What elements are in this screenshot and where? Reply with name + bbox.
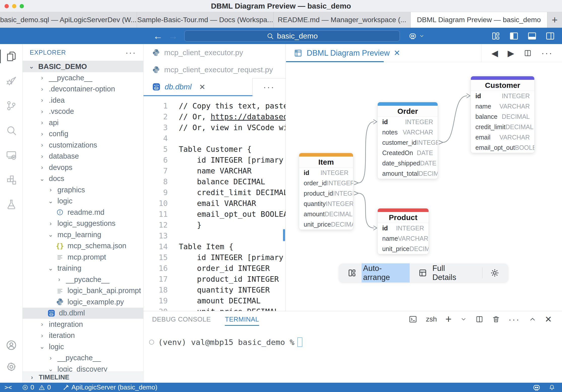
toggle-panel-icon[interactable] xyxy=(527,31,537,41)
db-table-order[interactable]: OrderidINTEGERnotesVARCHARcustomer_idINT… xyxy=(377,102,438,179)
new-terminal-icon[interactable]: + xyxy=(445,313,452,325)
command-center-search[interactable]: basic_demo xyxy=(184,30,400,42)
customize-layout-icon[interactable] xyxy=(491,31,501,41)
account-icon[interactable] xyxy=(6,339,17,351)
db-table-product[interactable]: ProductidINTEGERnameVARCHARunit_priceDEC… xyxy=(377,208,429,254)
window-tab-1[interactable]: Sample-Basic-Tour.md — Docs (Workspa... xyxy=(137,12,274,28)
split-terminal-icon[interactable] xyxy=(475,315,483,323)
minimize-window-button[interactable] xyxy=(12,4,16,8)
navigate-back-icon[interactable]: ◀ xyxy=(491,48,498,58)
test-beaker-icon[interactable] xyxy=(6,199,17,210)
extensions-icon[interactable] xyxy=(6,174,17,186)
code-line-7[interactable]: 7 name VARCHAR xyxy=(144,165,286,176)
window-tab-3[interactable]: DBML Diagram Preview — basic_demo xyxy=(411,12,548,28)
tree-item-database[interactable]: ›database xyxy=(23,151,143,162)
tree-item-logic-suggestions[interactable]: ›logic_suggestions xyxy=(23,218,143,229)
back-arrow-icon[interactable]: ← xyxy=(153,31,163,41)
files-icon[interactable] xyxy=(6,51,17,62)
notifications-bell-icon[interactable] xyxy=(548,384,555,391)
code-line-9[interactable]: 9 credit_limit DECIMAL xyxy=(144,187,286,198)
tree-item-readme-md[interactable]: readme.md xyxy=(23,207,143,218)
tab-overflow-button[interactable]: ··· xyxy=(252,78,286,95)
explorer-more-actions-icon[interactable]: ··· xyxy=(125,48,136,57)
launch-profile-chevron-icon[interactable] xyxy=(460,316,467,323)
code-line-2[interactable]: 2// Or, https://databasedi xyxy=(144,111,286,122)
theme-sun-icon[interactable] xyxy=(490,268,500,278)
navigate-forward-icon[interactable]: ▶ xyxy=(508,48,514,58)
code-line-10[interactable]: 10 email VARCHAR xyxy=(144,198,286,209)
tree-item--idea[interactable]: ›.idea xyxy=(23,95,143,106)
db-table-customer[interactable]: CustomeridINTEGERnameVARCHARbalanceDECIM… xyxy=(471,76,535,153)
terminal-more-icon[interactable]: ··· xyxy=(509,314,520,324)
tree-item-mcp-learning[interactable]: ⌄mcp_learning xyxy=(23,229,143,240)
full-details-button[interactable]: Full Details xyxy=(432,264,471,282)
source-control-icon[interactable] xyxy=(6,100,17,112)
tree-item-integration[interactable]: ›integration xyxy=(23,319,143,330)
more-actions-icon[interactable]: ··· xyxy=(541,48,553,58)
code-line-5[interactable]: 5Table Customer { xyxy=(144,144,286,155)
window-tab-2[interactable]: README.md — Manager_workspace (... xyxy=(274,12,411,28)
launch-indicator[interactable]: ApiLogicServer (basic_demo) xyxy=(62,383,157,391)
maximize-panel-icon[interactable] xyxy=(529,315,536,323)
code-line-18[interactable]: 18 quantity INTEGER xyxy=(144,284,286,295)
code-line-13[interactable]: 13 xyxy=(144,230,286,241)
tree-item--vscode[interactable]: ›.vscode xyxy=(23,106,143,117)
tab-terminal[interactable]: TERMINAL xyxy=(225,311,259,327)
tab-debug-console[interactable]: DEBUG CONSOLE xyxy=(152,311,211,327)
code-line-8[interactable]: 8 balance DECIMAL xyxy=(144,176,286,187)
kill-terminal-icon[interactable] xyxy=(492,315,500,323)
scrollbar-thumb[interactable] xyxy=(283,229,285,241)
close-icon[interactable]: ✕ xyxy=(394,48,400,58)
tree-item-mcp-schema-json[interactable]: {}mcp_schema.json xyxy=(23,240,143,252)
code-line-17[interactable]: 17 product_id INTEGER xyxy=(144,274,286,284)
new-window-tab-button[interactable]: + xyxy=(547,12,562,28)
code-line-3[interactable]: 3// Or, view in VSCode wit xyxy=(144,122,286,133)
code-line-19[interactable]: 19 amount DECIMAL xyxy=(144,295,286,306)
search-icon[interactable] xyxy=(6,125,17,136)
tree-item-devops[interactable]: ›devops xyxy=(23,162,143,173)
db-table-item[interactable]: ItemidINTEGERorder_idINTEGERproduct_idIN… xyxy=(299,153,353,230)
settings-gear-icon[interactable] xyxy=(6,361,17,373)
tree-item-docs[interactable]: ⌄docs xyxy=(23,173,143,185)
tree-item-graphics[interactable]: ›graphics xyxy=(23,184,143,196)
code-line-14[interactable]: 14Table Item { xyxy=(144,241,286,252)
code-link[interactable]: https://databasedi xyxy=(210,112,286,121)
terminal-prompt-line[interactable]: (venv) val@mbp15 basic_demo % xyxy=(149,337,562,347)
tree-item--pycache-[interactable]: ›__pycache__ xyxy=(23,352,143,364)
window-tab-0[interactable]: basic_demo.sql — ApiLogicServerDev (W... xyxy=(0,12,137,28)
close-icon[interactable]: ✕ xyxy=(199,83,205,91)
explorer-root-folder[interactable]: ⌄ BASIC_DEMO xyxy=(23,61,143,72)
editor-tab-mcp-client-executor-request-py[interactable]: mcp_client_executor_request.py xyxy=(144,61,286,78)
code-line-6[interactable]: 6 id INTEGER [primary k xyxy=(144,155,286,165)
tree-item-logic-example-py[interactable]: logic_example.py xyxy=(23,296,143,308)
tree-item-logic-bank-api-prompt[interactable]: logic_bank_api.prompt xyxy=(23,285,143,297)
tree-item-customizations[interactable]: ›customizations xyxy=(23,139,143,151)
run-debug-icon[interactable] xyxy=(6,75,17,87)
close-window-button[interactable] xyxy=(5,4,9,8)
code-line-4[interactable]: 4 xyxy=(144,133,286,144)
problems-indicator[interactable]: 0 0 xyxy=(22,383,51,391)
tree-item-config[interactable]: ›config xyxy=(23,128,143,140)
tree-item--pycache-[interactable]: ›__pycache__ xyxy=(23,274,143,285)
tree-item-api[interactable]: ›api xyxy=(23,117,143,128)
copilot-menu[interactable] xyxy=(408,32,425,40)
code-line-11[interactable]: 11 email_opt_out BOOLEAN xyxy=(144,209,286,220)
remote-explorer-icon[interactable] xyxy=(6,149,17,161)
toggle-primary-sidebar-icon[interactable] xyxy=(509,31,519,41)
tree-item-iteration[interactable]: ›iteration xyxy=(23,330,143,341)
tree-item-db-dbml[interactable]: </>db.dbml xyxy=(23,308,143,319)
tab-dbml-diagram-preview[interactable]: DBML Diagram Preview ✕ xyxy=(286,44,400,62)
editor-tab-mcp-client-executor-py[interactable]: mcp_client_executor.py xyxy=(144,44,286,61)
toggle-secondary-sidebar-icon[interactable] xyxy=(545,31,555,41)
code-line-15[interactable]: 15 id INTEGER [primary k xyxy=(144,252,286,263)
tree-item-logic[interactable]: ⌄logic xyxy=(23,196,143,207)
forward-arrow-icon[interactable]: → xyxy=(168,31,178,41)
split-editor-icon[interactable] xyxy=(524,49,532,57)
timeline-section[interactable]: › TIMELINE xyxy=(23,372,143,383)
zoom-window-button[interactable] xyxy=(20,4,24,8)
code-line-1[interactable]: 1// Copy this text, paste xyxy=(144,100,286,111)
auto-arrange-button[interactable]: Auto-arrange xyxy=(362,263,410,282)
code-line-12[interactable]: 12 } xyxy=(144,220,286,230)
remote-indicator[interactable]: >< xyxy=(5,384,12,391)
close-panel-icon[interactable]: ✕ xyxy=(545,314,552,324)
